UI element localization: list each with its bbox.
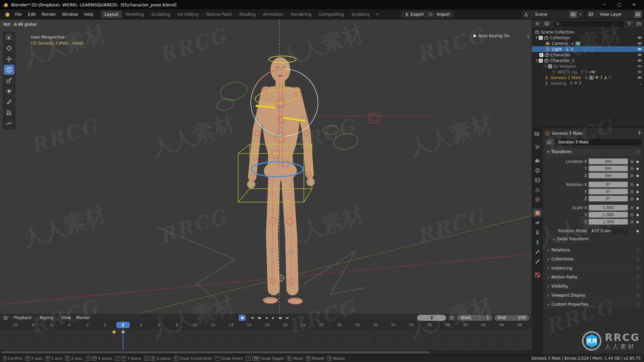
scene-icon[interactable]: ˅ (522, 11, 532, 18)
collapse-chevron-icon[interactable]: ⌄ (639, 81, 642, 86)
animate-dot[interactable]: ● (636, 197, 639, 200)
panel-collections[interactable]: ▸Collections⠿ (545, 255, 642, 263)
tab-animation[interactable]: Animation (259, 11, 287, 18)
tab-physics[interactable] (533, 218, 542, 227)
animate-dot[interactable]: ● (636, 160, 639, 163)
breadcrumb-object-name[interactable]: Genesis 3 Male (552, 131, 582, 136)
rotation-y-input[interactable]: 0° (589, 189, 628, 194)
outliner-row-character-1[interactable]: ▼ ✓ Character_1 (532, 58, 644, 63)
tool-move[interactable] (4, 54, 14, 64)
timeline-scrollbar-thumb[interactable] (1, 351, 430, 353)
drag-handle-icon[interactable]: ⠿ (637, 150, 639, 154)
rotation-mode-dropdown[interactable]: XYZ Euler˅ (589, 228, 628, 234)
blender-logo-icon[interactable] (4, 11, 10, 17)
outliner-row-wgts-rig[interactable]: ▽ WGTS_rig ▽ ▽ +99 (532, 69, 644, 75)
jump-to-start-button[interactable]: Ⅰ◀ (249, 315, 255, 321)
outliner-row-metarig[interactable]: metarig ⌄ (532, 80, 644, 86)
animate-dot[interactable]: ● (636, 183, 639, 186)
expand-icon[interactable]: ▼ (535, 36, 539, 39)
scene-name-field[interactable]: Scene (532, 12, 569, 17)
play-reverse-button[interactable]: ◀ (263, 315, 269, 321)
timeline-menu-view[interactable]: View (59, 315, 73, 320)
view-layer-copy-icon[interactable] (634, 11, 642, 18)
tab-render[interactable] (533, 156, 542, 165)
tool-scale[interactable] (4, 75, 14, 85)
tool-measure[interactable] (4, 108, 14, 118)
new-collection-button[interactable] (636, 21, 642, 26)
outliner-editor-type-button[interactable]: ˅ (534, 21, 542, 26)
current-frame-field[interactable]: 2 (417, 315, 446, 321)
outliner-row-genesis-3-male[interactable]: Genesis 3 Male ↳ ⅄ ▽ (532, 75, 644, 80)
tool-rotate[interactable] (4, 65, 14, 75)
frame-end-field[interactable]: End:250 (494, 315, 529, 321)
import-button[interactable]: Import (433, 11, 453, 17)
menu-help[interactable]: Help (81, 11, 96, 18)
outliner-search-input[interactable] (553, 21, 625, 27)
region-collapse-icon[interactable]: ❮ (527, 34, 530, 38)
drag-handle-icon[interactable]: ⠿ (637, 303, 639, 306)
outliner-row-widgets[interactable]: ▾ ✓ Widgets (532, 63, 644, 69)
outliner-row-character[interactable]: ✓ Character (532, 52, 644, 58)
drag-handle-icon[interactable]: ⠿ (637, 294, 639, 297)
drag-handle-icon[interactable]: ⠿ (637, 276, 639, 279)
view-layer-icon[interactable]: ˅ (587, 11, 597, 18)
panel-instancing[interactable]: ▸Instancing⠿ (545, 264, 642, 272)
rotation-z-input[interactable]: 0° (589, 196, 628, 201)
drag-handle-icon[interactable]: ⠿ (637, 285, 639, 288)
tab-scene[interactable] (533, 185, 542, 194)
collection-checkbox[interactable]: ✓ (539, 53, 543, 57)
panel-viewport-display[interactable]: ▸Viewport Display⠿ (545, 291, 642, 299)
tab-shading[interactable]: Shading (235, 11, 259, 18)
timeline-ruler[interactable]: 2 -10-8-6-4-2024681012141618202224262830… (0, 321, 532, 329)
collection-checkbox[interactable]: ✓ (548, 64, 552, 68)
tab-output[interactable] (533, 166, 542, 175)
tool-pose-breakdowner[interactable] (4, 118, 14, 128)
timeline-channels[interactable] (0, 329, 532, 350)
lock-icon[interactable] (630, 174, 634, 177)
pin-icon[interactable] (638, 131, 641, 136)
tab-layout[interactable]: Layout (101, 11, 122, 18)
prev-keyframe-button[interactable]: ◀◆ (256, 315, 262, 321)
drag-handle-icon[interactable]: ⠿ (637, 257, 639, 261)
tab-constraints[interactable] (533, 228, 542, 237)
tab-bone[interactable] (533, 247, 542, 256)
hide-eye-icon[interactable] (637, 76, 642, 79)
tool-annotate[interactable] (4, 97, 14, 107)
timeline-menu-keying[interactable]: Keying ˅ (37, 315, 58, 320)
tab-uv-editing[interactable]: UV Editing (174, 11, 202, 18)
tab-texture-paint[interactable]: Texture Paint (202, 11, 235, 18)
record-button[interactable]: ● (239, 315, 246, 321)
tab-view-layer[interactable] (533, 176, 542, 184)
current-frame-badge[interactable]: 2 (116, 322, 130, 328)
next-keyframe-button[interactable]: ◆▶ (277, 315, 283, 321)
hide-eye-icon[interactable] (637, 36, 642, 39)
red-cube-object[interactable] (369, 112, 381, 123)
tab-rendering[interactable]: Rendering (287, 11, 315, 18)
tab-scripting[interactable]: Scripting (348, 11, 373, 18)
properties-editor-type-button[interactable]: ˅ (533, 129, 542, 138)
playhead[interactable] (123, 329, 123, 350)
tool-cursor[interactable] (4, 43, 14, 53)
panel-relations[interactable]: ▸Relations⠿ (545, 246, 642, 254)
maximize-button[interactable]: ▢ (612, 0, 627, 9)
animate-dot[interactable]: ● (636, 167, 639, 170)
outliner-display-mode-button[interactable]: ˅ (544, 21, 552, 26)
menu-file[interactable]: File (12, 11, 25, 18)
timeline-editor-type-button[interactable]: ˅ (2, 316, 11, 320)
tool-select-box[interactable] (4, 33, 14, 43)
menu-edit[interactable]: Edit (25, 11, 39, 18)
close-button[interactable]: ✕ (627, 0, 641, 9)
scale-z-input[interactable]: 1.000 (589, 219, 628, 225)
collection-checkbox[interactable]: ✓ (539, 36, 543, 40)
drag-handle-icon[interactable]: ⠿ (637, 266, 639, 270)
rotation-x-input[interactable]: 0° (589, 182, 628, 187)
lock-icon[interactable] (630, 190, 634, 193)
hide-eye-icon[interactable] (637, 42, 642, 45)
panel-visibility[interactable]: ▸Visibility⠿ (545, 282, 642, 290)
viewport-3d[interactable]: Rot: -9.98 global User Perspective (2) G… (0, 19, 532, 314)
tab-data-armature[interactable] (533, 238, 542, 246)
scene-copy-icon[interactable] (569, 11, 577, 18)
hide-eye-icon[interactable] (637, 59, 642, 62)
outliner-filter-button[interactable]: ˅ (626, 21, 634, 26)
menu-render[interactable]: Render (39, 11, 59, 18)
